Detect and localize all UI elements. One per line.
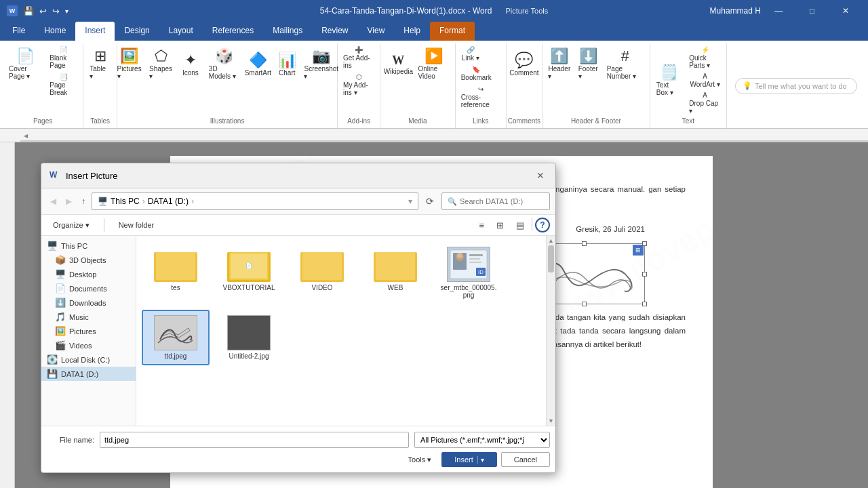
sidebar-item-pictures[interactable]: 🖼️ Pictures bbox=[41, 324, 136, 338]
music-label: Music bbox=[69, 313, 89, 321]
btn-chart[interactable]: 📊 Chart bbox=[273, 45, 300, 84]
tab-file[interactable]: File bbox=[3, 22, 35, 41]
svg-rect-13 bbox=[155, 316, 197, 350]
handle-br[interactable] bbox=[642, 302, 647, 306]
sidebar-item-desktop[interactable]: 🖥️ Desktop bbox=[41, 267, 136, 281]
sidebar-item-videos[interactable]: 🎬 Videos bbox=[41, 338, 136, 352]
btn-pictures[interactable]: 🖼️ Pictures ▾ bbox=[114, 45, 144, 84]
dialog-close-button[interactable]: ✕ bbox=[534, 169, 547, 182]
layout-options-icon[interactable]: ⊞ bbox=[633, 245, 644, 256]
help-button[interactable]: ? bbox=[535, 218, 550, 232]
btn-blank-page[interactable]: 📄 Blank Page bbox=[47, 45, 80, 70]
list-item[interactable]: WEB bbox=[361, 241, 429, 304]
list-item[interactable]: 📄 VBOXTUTORIAL bbox=[215, 241, 283, 304]
3d-models-icon: 🎲 bbox=[215, 49, 233, 64]
tab-help[interactable]: Help bbox=[394, 22, 430, 41]
btn-cross-reference[interactable]: ↪ Cross-reference bbox=[458, 84, 503, 110]
btn-header[interactable]: ⬆️ Header ▾ bbox=[545, 45, 574, 84]
btn-quick-parts[interactable]: ⚡ Quick Parts ▾ bbox=[686, 45, 724, 70]
breadcrumb-dropdown[interactable]: ▾ bbox=[408, 197, 412, 206]
tools-button[interactable]: Tools ▾ bbox=[402, 452, 438, 467]
insert-button[interactable]: Insert ▾ bbox=[441, 452, 497, 467]
sidebar-item-documents[interactable]: 📄 Documents bbox=[41, 281, 136, 296]
quick-access-redo[interactable]: ↪ bbox=[52, 6, 60, 16]
tab-view[interactable]: View bbox=[358, 22, 395, 41]
nav-up-button[interactable]: ↑ bbox=[78, 195, 89, 208]
btn-bookmark[interactable]: 🔖 Bookmark bbox=[458, 64, 494, 83]
nav-forward-button[interactable]: ▶ bbox=[62, 195, 75, 208]
nav-back-button[interactable]: ◀ bbox=[47, 195, 60, 208]
btn-screenshot[interactable]: 📷 Screenshot ▾ bbox=[302, 45, 340, 84]
btn-page-break[interactable]: 📑 Page Break bbox=[47, 72, 80, 98]
tab-format[interactable]: Format bbox=[430, 22, 475, 41]
btn-text-box[interactable]: 🗒️ Text Box ▾ bbox=[653, 45, 685, 116]
tell-me-search[interactable]: 💡 Tell me what you want to do bbox=[735, 78, 857, 94]
btn-icons[interactable]: ✦ Icons bbox=[177, 45, 204, 84]
new-folder-button[interactable]: New folder bbox=[113, 218, 161, 232]
filename-label: File name: bbox=[47, 436, 94, 444]
handle-bm[interactable] bbox=[582, 302, 587, 306]
icons-icon: ✦ bbox=[184, 53, 197, 68]
folder-icon-tes bbox=[154, 247, 197, 282]
btn-smartart[interactable]: 🔷 SmartArt bbox=[244, 45, 273, 84]
tab-design[interactable]: Design bbox=[115, 22, 159, 41]
sidebar-item-3dobjects[interactable]: 📦 3D Objects bbox=[41, 253, 136, 267]
tab-references[interactable]: References bbox=[203, 22, 263, 41]
btn-footer[interactable]: ⬇️ Footer ▾ bbox=[575, 45, 602, 84]
btn-page-number[interactable]: # Page Number ▾ bbox=[604, 45, 647, 84]
sidebar-item-data1[interactable]: 💾 DATA1 (D:) bbox=[41, 367, 136, 381]
sidebar-item-thispc[interactable]: 🖥️ This PC bbox=[41, 239, 136, 253]
tab-insert[interactable]: Insert bbox=[75, 22, 115, 41]
vertical-scrollbar[interactable]: ▲ ▼ bbox=[546, 236, 555, 426]
organize-button[interactable]: Organize ▾ bbox=[47, 218, 96, 232]
btn-my-addins[interactable]: ⬡ My Add-ins ▾ bbox=[340, 72, 377, 98]
quick-access-more[interactable]: ▾ bbox=[65, 7, 68, 15]
cancel-button[interactable]: Cancel bbox=[501, 452, 550, 467]
btn-online-video[interactable]: ▶️ Online Video bbox=[414, 45, 452, 84]
refresh-button[interactable]: ⟳ bbox=[421, 194, 439, 209]
filetype-dropdown[interactable]: All Pictures (*.emf;*.wmf;*.jpg;*j bbox=[414, 432, 550, 448]
view-list-button[interactable]: ≡ bbox=[474, 218, 489, 232]
sidebar-item-localc[interactable]: 💽 Local Disk (C:) bbox=[41, 352, 136, 367]
btn-shapes[interactable]: ⬠ Shapes ▾ bbox=[146, 45, 176, 84]
scroll-up-btn[interactable]: ▲ bbox=[547, 236, 555, 245]
list-item[interactable]: ID ser_mtbc_000005.png bbox=[435, 241, 502, 304]
quick-access-save[interactable]: 💾 bbox=[23, 6, 34, 16]
view-grid-button[interactable]: ⊞ bbox=[492, 218, 509, 232]
sidebar-item-music[interactable]: 🎵 Music bbox=[41, 310, 136, 324]
btn-3d-models[interactable]: 🎲 3D Models ▾ bbox=[205, 45, 243, 84]
btn-link[interactable]: 🔗 Link ▾ bbox=[458, 45, 483, 63]
list-item[interactable]: ttd.jpeg bbox=[142, 310, 210, 365]
tab-layout[interactable]: Layout bbox=[159, 22, 203, 41]
handle-tm[interactable] bbox=[582, 241, 587, 246]
handle-mr[interactable] bbox=[642, 272, 647, 277]
btn-get-addins[interactable]: ➕ Get Add-ins bbox=[340, 45, 377, 70]
btn-drop-cap[interactable]: A Drop Cap ▾ bbox=[686, 90, 724, 116]
sidebar-pane: 🖥️ This PC 📦 3D Objects 🖥️ Desktop 📄 Doc… bbox=[41, 236, 136, 426]
btn-wordart[interactable]: A WordArt ▾ bbox=[686, 71, 724, 89]
list-item[interactable]: VIDEO bbox=[288, 241, 356, 304]
group-pages: 📄 Cover Page ▾ 📄 Blank Page 📑 Page Break… bbox=[3, 43, 83, 128]
sidebar-item-downloads[interactable]: ⬇️ Downloads bbox=[41, 296, 136, 310]
breadcrumb-bar[interactable]: 🖥️ This PC › DATA1 (D:) › ▾ bbox=[92, 192, 418, 210]
scroll-thumb[interactable] bbox=[548, 245, 554, 272]
quick-access-undo[interactable]: ↩ bbox=[39, 6, 47, 16]
search-input[interactable] bbox=[460, 197, 553, 205]
view-details-button[interactable]: ▤ bbox=[511, 218, 529, 232]
filename-input[interactable] bbox=[100, 432, 409, 448]
tab-mailings[interactable]: Mailings bbox=[263, 22, 312, 41]
close-btn[interactable]: ✕ bbox=[830, 0, 861, 22]
btn-comment[interactable]: 💬 Comment bbox=[506, 45, 542, 84]
minimize-btn[interactable]: — bbox=[763, 0, 794, 22]
tab-home[interactable]: Home bbox=[35, 22, 75, 41]
list-item[interactable]: tes bbox=[142, 241, 210, 304]
maximize-btn[interactable]: □ bbox=[797, 0, 828, 22]
btn-table[interactable]: ⊞ Table ▾ bbox=[86, 45, 114, 84]
btn-cover-page[interactable]: 📄 Cover Page ▾ bbox=[5, 45, 45, 84]
scroll-down-btn[interactable]: ▼ bbox=[547, 416, 555, 426]
list-item[interactable]: Untitled-2.jpg bbox=[215, 310, 283, 365]
my-addins-label: My Add-ins ▾ bbox=[343, 81, 374, 96]
btn-wikipedia[interactable]: W Wikipedia bbox=[383, 45, 413, 84]
tab-review[interactable]: Review bbox=[312, 22, 357, 41]
3d-models-label: 3D Models ▾ bbox=[209, 65, 239, 80]
